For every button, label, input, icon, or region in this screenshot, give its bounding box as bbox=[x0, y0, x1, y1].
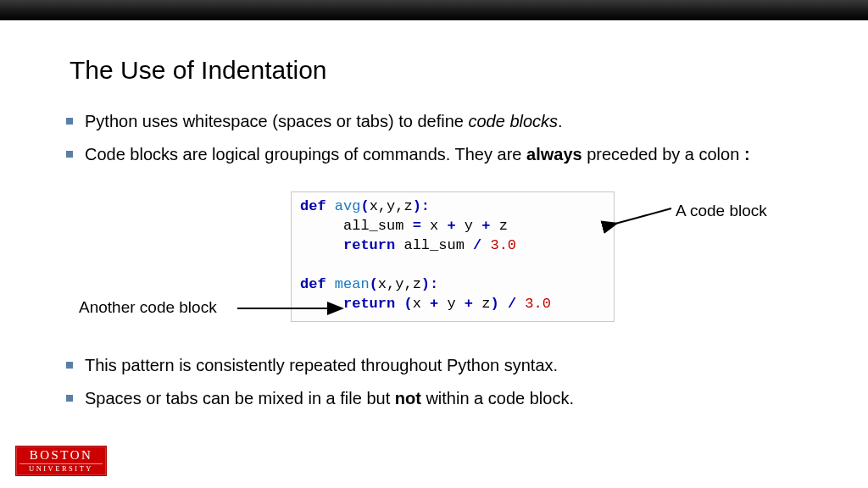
bullet-square-icon bbox=[66, 362, 73, 369]
window-topbar bbox=[0, 0, 868, 20]
bullet-text: This pattern is consistently repeated th… bbox=[85, 354, 817, 377]
arrow-icon bbox=[236, 300, 346, 317]
bullet-square-icon bbox=[66, 395, 73, 402]
bullet-square-icon bbox=[66, 151, 73, 158]
slide-title: The Use of Indentation bbox=[70, 56, 327, 85]
bullet-square-icon bbox=[66, 118, 73, 125]
bullet-item: Code blocks are logical groupings of com… bbox=[66, 143, 817, 166]
logo-line1: BOSTON bbox=[19, 449, 103, 464]
bullet-list-bottom: This pattern is consistently repeated th… bbox=[66, 354, 817, 420]
bullet-list-top: Python uses whitespace (spaces or tabs) … bbox=[66, 110, 817, 176]
boston-university-logo: BOSTON UNIVERSITY bbox=[15, 446, 107, 476]
bullet-text: Code blocks are logical groupings of com… bbox=[85, 143, 817, 166]
annotation-left: Another code block bbox=[79, 298, 217, 317]
svg-line-1 bbox=[615, 208, 671, 224]
bullet-item: This pattern is consistently repeated th… bbox=[66, 354, 817, 377]
arrow-icon bbox=[610, 205, 674, 227]
bullet-text: Python uses whitespace (spaces or tabs) … bbox=[85, 110, 817, 133]
bullet-item: Spaces or tabs can be mixed in a file bu… bbox=[66, 387, 817, 410]
bullet-item: Python uses whitespace (spaces or tabs) … bbox=[66, 110, 817, 133]
bullet-text: Spaces or tabs can be mixed in a file bu… bbox=[85, 387, 817, 410]
logo-line2: UNIVERSITY bbox=[16, 465, 106, 473]
annotation-right: A code block bbox=[676, 202, 767, 220]
slide-body: The Use of Indentation Python uses white… bbox=[0, 20, 868, 488]
